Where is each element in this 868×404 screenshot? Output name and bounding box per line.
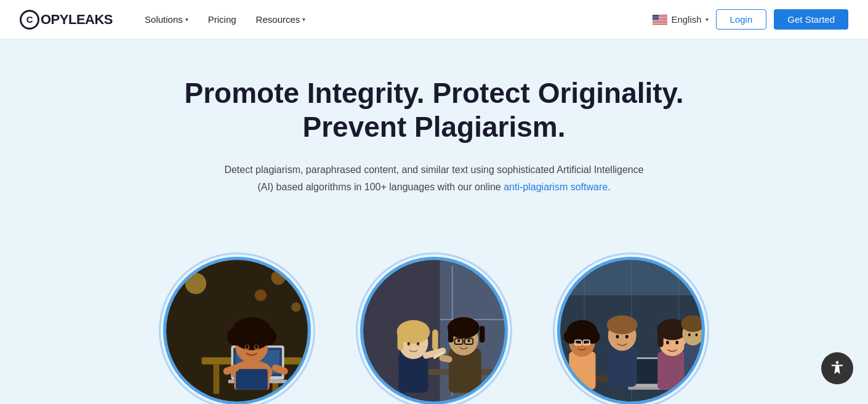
svg-point-16 <box>255 289 267 301</box>
nav-resources[interactable]: Resources ▾ <box>249 9 313 30</box>
enterprise-illustration <box>560 260 702 402</box>
svg-rect-27 <box>236 369 268 390</box>
svg-point-88 <box>607 315 638 334</box>
nav-links: Solutions ▾ Pricing Resources ▾ <box>137 9 653 30</box>
education-card[interactable]: EDUCATION <box>360 257 508 404</box>
logo-text: OPYLEAKS <box>41 12 113 28</box>
logo[interactable]: C OPYLEAKS <box>20 10 113 30</box>
anti-plagiarism-link[interactable]: anti-plagiarism software <box>504 182 608 192</box>
individual-illustration <box>166 260 308 402</box>
nav-right: ★★★★★★ ★★★★★ ★★★★★★ ★★★★★ English ▾ Logi… <box>653 9 848 30</box>
svg-rect-18 <box>214 364 220 394</box>
svg-point-90 <box>625 334 629 338</box>
svg-point-89 <box>616 334 619 338</box>
hero-title: Promote Integrity. Protect Originality. … <box>157 76 711 144</box>
svg-point-97 <box>675 341 678 344</box>
svg-rect-91 <box>657 351 687 389</box>
language-label: English <box>671 14 701 25</box>
svg-rect-48 <box>398 329 404 350</box>
svg-point-101 <box>688 333 691 336</box>
enterprise-image <box>557 257 705 404</box>
svg-point-33 <box>254 322 268 336</box>
svg-rect-98 <box>684 342 702 390</box>
svg-rect-58 <box>448 326 454 342</box>
svg-point-64 <box>468 339 470 342</box>
get-started-button[interactable]: Get Started <box>774 9 848 30</box>
svg-rect-94 <box>657 328 664 347</box>
svg-point-80 <box>585 329 600 344</box>
chevron-down-icon: ▾ <box>705 16 709 23</box>
nav-pricing[interactable]: Pricing <box>201 9 244 30</box>
svg-point-14 <box>271 270 286 285</box>
education-illustration <box>363 260 505 402</box>
svg-rect-6 <box>653 23 667 23</box>
navbar: C OPYLEAKS Solutions ▾ Pricing Resources… <box>0 0 868 39</box>
svg-rect-86 <box>608 345 637 387</box>
svg-point-32 <box>236 322 250 336</box>
chevron-down-icon: ▾ <box>185 16 188 23</box>
svg-point-103 <box>836 361 839 364</box>
nav-solutions[interactable]: Solutions ▾ <box>137 9 196 30</box>
hero-section: Promote Integrity. Protect Originality. … <box>0 39 868 251</box>
flag-icon: ★★★★★★ ★★★★★ ★★★★★★ ★★★★★ <box>653 15 667 25</box>
accessibility-icon <box>829 360 846 377</box>
svg-point-96 <box>666 341 669 344</box>
chevron-down-icon: ▾ <box>302 16 305 23</box>
svg-point-13 <box>185 273 207 294</box>
svg-point-102 <box>695 333 697 336</box>
svg-rect-76 <box>569 351 595 389</box>
education-image <box>360 257 508 404</box>
svg-point-53 <box>417 342 419 345</box>
svg-point-84 <box>577 341 579 343</box>
accessibility-button[interactable] <box>821 352 853 384</box>
svg-point-37 <box>255 345 258 349</box>
login-button[interactable]: Login <box>716 9 767 30</box>
svg-rect-59 <box>480 326 485 342</box>
enterprise-card[interactable]: ENTERPRISE <box>557 257 705 404</box>
individual-card[interactable]: INDIVIDUAL <box>163 257 311 404</box>
svg-rect-49 <box>432 329 438 350</box>
hero-subtitle: Detect plagiarism, paraphrased content, … <box>219 161 649 195</box>
svg-point-36 <box>246 345 249 349</box>
language-selector[interactable]: ★★★★★★ ★★★★★ ★★★★★★ ★★★★★ English ▾ <box>653 14 708 25</box>
svg-point-85 <box>585 341 587 343</box>
individual-image <box>163 257 311 404</box>
svg-rect-5 <box>653 22 667 22</box>
svg-point-63 <box>457 339 460 342</box>
svg-point-15 <box>291 302 300 312</box>
logo-circle: C <box>20 10 39 30</box>
svg-point-52 <box>408 342 410 345</box>
svg-point-79 <box>564 329 578 344</box>
cards-row: INDIVIDUAL <box>0 251 868 404</box>
